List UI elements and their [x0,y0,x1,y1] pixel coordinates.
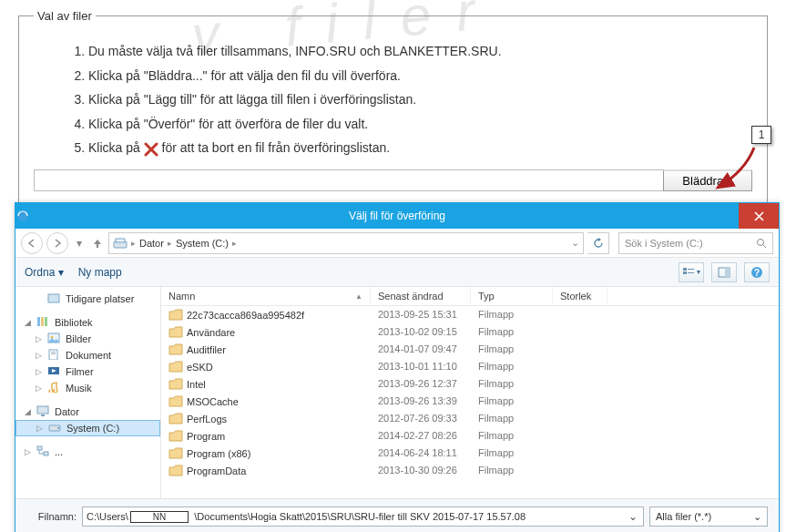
arrow-1-icon [709,144,763,195]
legend: Val av filer [34,9,96,23]
instruction-list: Du måste välja två filer tillsammans, IN… [52,39,752,160]
dialog-title: Välj fil för överföring [15,210,779,222]
selected-file-path [34,169,663,191]
file-selection-group: Val av filer Du måste välja två filer ti… [18,9,768,207]
instruction-1: Du måste välja två filer tillsammans, IN… [88,39,752,64]
close-button[interactable] [739,203,779,225]
instruction-3: Klicka på "Lägg till" för att lägga till… [88,87,752,112]
callout-1: 1 [751,126,771,144]
instruction-4: Klicka på "Överför" för att överföra de … [88,112,752,137]
dialog-titlebar[interactable]: Välj fil för överföring [15,203,779,225]
file-open-dialog: Välj fil för överföring ▾ ▸ Dator ▸ Syst… [15,202,780,225]
instruction-2: Klicka på "Bläddra..." för att välja den… [88,64,752,88]
instruction-5: Klicka på för att ta bort en fil från öv… [88,136,752,160]
close-icon [754,211,764,221]
delete-x-icon [144,142,158,157]
